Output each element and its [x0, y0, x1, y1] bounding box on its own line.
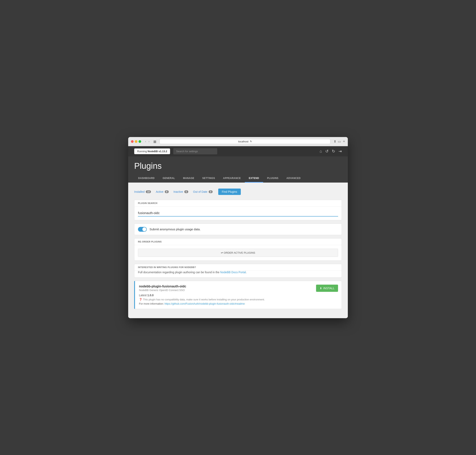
anonymous-usage-card: Submit anonymous plugin usage data. — [134, 224, 342, 235]
toggle-slider — [138, 227, 147, 232]
tab-active-badge: 9 — [165, 190, 169, 193]
plugin-latest-version: 1.0.0 — [147, 294, 153, 297]
page-title: Plugins — [134, 161, 342, 171]
toggle-row: Submit anonymous plugin usage data. — [134, 224, 342, 235]
nav-item-extend[interactable]: EXTEND — [245, 174, 263, 183]
url-text: localhost — [238, 140, 248, 143]
address-bar[interactable]: localhost ↻ — [160, 139, 331, 144]
anonymous-usage-label: Submit anonymous plugin usage data. — [150, 228, 201, 231]
home-icon-button[interactable]: ⌂ — [320, 149, 322, 154]
reorder-header: RE-ORDER PLUGINS — [134, 238, 342, 245]
nav-item-settings[interactable]: SETTINGS — [198, 174, 219, 183]
sidebar-button[interactable]: ▦ — [152, 139, 158, 144]
nodebb-version-prefix: Running — [137, 150, 147, 153]
plugin-more-label: For more information: — [139, 302, 164, 305]
plugin-search-card: PLUGIN SEARCH — [134, 200, 342, 220]
browser-window: ‹ › ▦ localhost ↻ ⬆ ▭ + Running NodeBB v… — [128, 137, 348, 318]
tab-outofdate-badge: 0 — [209, 190, 213, 193]
install-button[interactable]: ⬇ INSTALL — [316, 285, 338, 292]
app-header: Running NodeBB v1.13.2 ⌂ ↺ ↻ ⇥ — [128, 146, 348, 156]
docs-text-before: Full documentation regarding plugin auth… — [138, 271, 220, 274]
browser-nav: ‹ › — [144, 139, 150, 143]
docs-link[interactable]: NodeBB Docs Portal — [220, 271, 246, 274]
back-button[interactable]: ‹ — [144, 139, 147, 143]
docs-card: INTERESTED IN WRITING PLUGINS FOR NODEBB… — [134, 264, 342, 278]
forward-button[interactable]: › — [148, 139, 150, 143]
plugin-search-input[interactable] — [138, 210, 338, 217]
plugin-result-info: nodebb-plugin-fusionauth-oidc NodeBB Gen… — [139, 285, 316, 305]
refresh-icon: ↻ — [250, 140, 252, 143]
minimize-button[interactable] — [135, 140, 137, 143]
nodebb-version-badge: Running NodeBB v1.13.2 — [134, 148, 170, 154]
plugin-warning: ❓ This plugin has no compatibility data,… — [139, 298, 316, 301]
refresh-icon-button[interactable]: ↺ — [325, 149, 329, 154]
order-active-plugins-button[interactable]: ⇌ ORDER ACTIVE PLUGINS — [138, 249, 338, 257]
tab-installed[interactable]: Installed 14 — [134, 190, 151, 193]
tab-installed-label: Installed — [134, 190, 145, 193]
logout-icon-button[interactable]: ⇥ — [339, 149, 342, 154]
docs-text: Full documentation regarding plugin auth… — [134, 271, 342, 277]
share-button[interactable]: ⬆ — [334, 140, 336, 143]
plugin-subtitle: NodeBB Generic OpenID Connect SSO — [139, 289, 316, 292]
header-icons: ⌂ ↺ ↻ ⇥ — [320, 149, 342, 154]
browser-actions: ⬆ ▭ — [334, 140, 341, 143]
docs-text-after: . — [246, 271, 247, 274]
install-btn-label: INSTALL — [323, 287, 334, 290]
plugin-name: nodebb-plugin-fusionauth-oidc — [139, 285, 316, 288]
tab-outofdate-label: Out of Date — [193, 190, 208, 193]
reorder-body: ⇌ ORDER ACTIVE PLUGINS — [134, 245, 342, 260]
plugin-more-info: For more information: https://github.com… — [139, 302, 316, 305]
content-area: Installed 14 Active 9 Inactive 5 Out of … — [128, 183, 348, 318]
traffic-lights — [131, 140, 141, 143]
nav-item-manage[interactable]: MANAGE — [179, 174, 198, 183]
plugin-search-header: PLUGIN SEARCH — [134, 200, 342, 207]
plugin-more-link[interactable]: https://github.com/FusionAuth/nodebb-plu… — [164, 302, 245, 305]
find-plugins-button[interactable]: Find Plugins — [218, 188, 241, 195]
nav-item-general[interactable]: GENERAL — [159, 174, 179, 183]
download-icon: ⬇ — [320, 287, 322, 290]
tab-installed-badge: 14 — [146, 190, 151, 193]
nav-item-advanced[interactable]: ADVANCED — [282, 174, 305, 183]
plugin-latest: Latest 1.0.0 — [139, 294, 316, 297]
plugin-result-card: nodebb-plugin-fusionauth-oidc NodeBB Gen… — [134, 281, 342, 309]
tab-inactive-badge: 5 — [184, 190, 188, 193]
browser-titlebar: ‹ › ▦ localhost ↻ ⬆ ▭ + — [128, 137, 348, 146]
plugin-latest-label: Latest — [139, 294, 147, 297]
nav-item-dashboard[interactable]: DASHBOARD — [134, 174, 159, 183]
duplicate-button[interactable]: ▭ — [338, 140, 341, 143]
maximize-button[interactable] — [138, 140, 141, 143]
settings-search-input[interactable] — [173, 148, 217, 154]
reload-icon-button[interactable]: ↻ — [332, 149, 335, 154]
main-nav: DASHBOARD GENERAL MANAGE SETTINGS APPEAR… — [134, 174, 342, 183]
tab-active[interactable]: Active 9 — [156, 190, 169, 193]
nav-item-appearance[interactable]: APPEARANCE — [219, 174, 245, 183]
tab-inactive[interactable]: Inactive 5 — [174, 190, 188, 193]
new-tab-button[interactable]: + — [343, 139, 345, 144]
tab-outofdate[interactable]: Out of Date 0 — [193, 190, 213, 193]
nodebb-version-bold: NodeBB v1.13.2 — [147, 150, 167, 153]
tabs-row: Installed 14 Active 9 Inactive 5 Out of … — [134, 188, 342, 195]
tab-inactive-label: Inactive — [174, 190, 183, 193]
page-title-area: Plugins DASHBOARD GENERAL MANAGE SETTING… — [128, 156, 348, 183]
docs-header: INTERESTED IN WRITING PLUGINS FOR NODEBB… — [134, 264, 342, 271]
close-button[interactable] — [131, 140, 134, 143]
plugin-warning-text: This plugin has no compatibility data, m… — [143, 298, 265, 301]
nav-item-plugins[interactable]: PLUGINS — [263, 174, 282, 183]
anonymous-usage-toggle[interactable] — [138, 227, 147, 232]
reorder-card: RE-ORDER PLUGINS ⇌ ORDER ACTIVE PLUGINS — [134, 238, 342, 261]
plugin-search-body — [134, 207, 342, 220]
tab-active-label: Active — [156, 190, 163, 193]
warning-icon: ❓ — [139, 298, 142, 301]
